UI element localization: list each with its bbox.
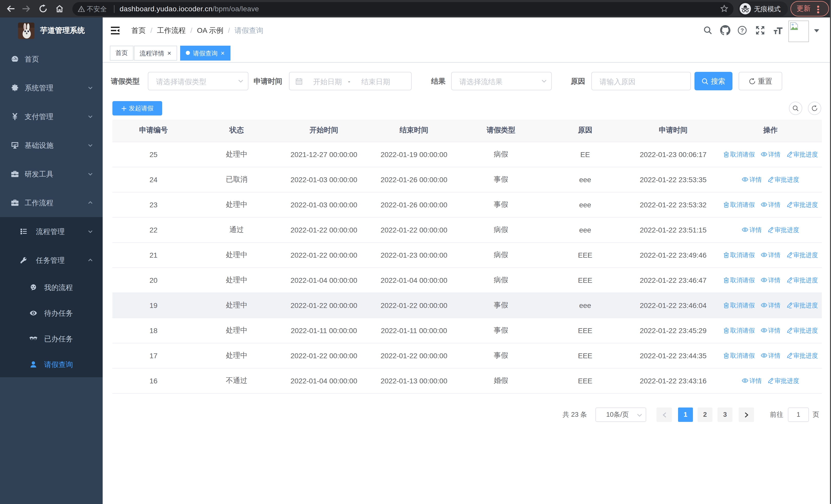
svg-text:?: ? — [740, 27, 744, 34]
